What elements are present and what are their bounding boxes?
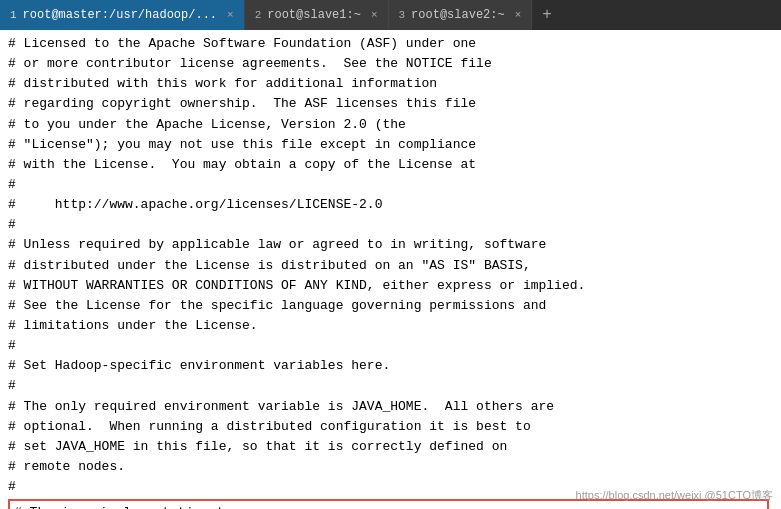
terminal-line: # limitations under the License. [8,316,773,336]
tab-bar: 1root@master:/usr/hadoop/...×2root@slave… [0,0,781,30]
terminal-window: 1root@master:/usr/hadoop/...×2root@slave… [0,0,781,509]
tab-number: 2 [255,9,262,21]
terminal-line: # to you under the Apache License, Versi… [8,115,773,135]
terminal-line: # remote nodes. [8,457,773,477]
terminal-line: # The only required environment variable… [8,397,773,417]
terminal-line: # See the License for the specific langu… [8,296,773,316]
terminal-line: # "License"); you may not use this file … [8,135,773,155]
terminal-line: # with the License. You may obtain a cop… [8,155,773,175]
terminal-line: # [8,336,773,356]
add-tab-button[interactable]: + [532,0,562,30]
terminal-line: # WITHOUT WARRANTIES OR CONDITIONS OF AN… [8,276,773,296]
terminal-line: # [8,376,773,396]
terminal-content: # Licensed to the Apache Software Founda… [0,30,781,509]
watermark-text: https://blog.csdn.net/weixi @51CTO博客 [576,488,773,503]
terminal-line: # [8,175,773,195]
terminal-line: # [8,215,773,235]
terminal-line: # distributed with this work for additio… [8,74,773,94]
tab-label: root@slave1:~ [267,8,361,22]
tab-label: root@master:/usr/hadoop/... [23,8,217,22]
terminal-line: # set JAVA_HOME in this file, so that it… [8,437,773,457]
tab-number: 3 [399,9,406,21]
tab-close-button[interactable]: × [515,9,522,21]
terminal-line: # regarding copyright ownership. The ASF… [8,94,773,114]
terminal-line: # distributed under the License is distr… [8,256,773,276]
terminal-line: # Licensed to the Apache Software Founda… [8,34,773,54]
tab-close-button[interactable]: × [371,9,378,21]
tab-root-master--usr-hadoop----[interactable]: 1root@master:/usr/hadoop/...× [0,0,245,30]
tab-close-button[interactable]: × [227,9,234,21]
terminal-line: # Set Hadoop-specific environment variab… [8,356,773,376]
terminal-line: # The java implementation to use. [14,503,763,509]
tab-number: 1 [10,9,17,21]
terminal-line: # or more contributor license agreements… [8,54,773,74]
tab-root-slave1--[interactable]: 2root@slave1:~× [245,0,389,30]
terminal-line: # optional. When running a distributed c… [8,417,773,437]
terminal-line: # Unless required by applicable law or a… [8,235,773,255]
tab-label: root@slave2:~ [411,8,505,22]
terminal-wrapper: # Licensed to the Apache Software Founda… [0,30,781,509]
tab-root-slave2--[interactable]: 3root@slave2:~× [389,0,533,30]
terminal-line: # http://www.apache.org/licenses/LICENSE… [8,195,773,215]
